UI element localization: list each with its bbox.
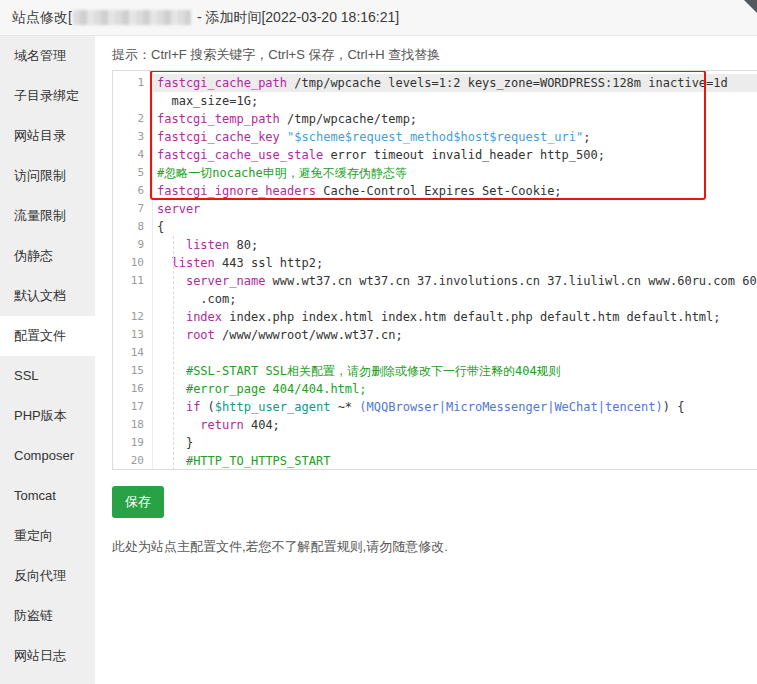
- sidebar-item-subdir-bind[interactable]: 子目录绑定: [0, 76, 95, 116]
- line-number: 4: [113, 146, 152, 164]
- dialog-titlebar: 站点修改[- 添加时间[2022-03-20 18:16:21]: [0, 0, 757, 36]
- code-line[interactable]: 3fastcgi_cache_key "$scheme$request_meth…: [113, 128, 757, 146]
- line-number: 20: [113, 452, 152, 470]
- code-text: index index.php index.html index.htm def…: [152, 308, 757, 326]
- code-line[interactable]: 4fastcgi_cache_use_stale error timeout i…: [113, 146, 757, 164]
- code-text: return 404;: [152, 416, 757, 434]
- line-number: 9: [113, 236, 152, 254]
- line-number: 3: [113, 128, 152, 146]
- line-number: [113, 290, 152, 308]
- editor-hint: 提示：Ctrl+F 搜索关键字，Ctrl+S 保存，Ctrl+H 查找替换: [112, 47, 757, 63]
- sidebar-item-site-log[interactable]: 网站日志: [0, 636, 95, 676]
- dialog-body: 域名管理子目录绑定网站目录访问限制流量限制伪静态默认文档配置文件SSLPHP版本…: [0, 36, 757, 684]
- code-line[interactable]: 14: [113, 344, 757, 362]
- sidebar-item-php-version[interactable]: PHP版本: [0, 396, 95, 436]
- footer-note: 此处为站点主配置文件,若您不了解配置规则,请勿随意修改.: [112, 538, 757, 556]
- code-text: listen 443 ssl http2;: [152, 254, 757, 272]
- sidebar-nav: 域名管理子目录绑定网站目录访问限制流量限制伪静态默认文档配置文件SSLPHP版本…: [0, 36, 95, 684]
- line-number: 6: [113, 182, 152, 200]
- line-number: 15: [113, 362, 152, 380]
- line-number: 12: [113, 308, 152, 326]
- code-line[interactable]: 5#忽略一切nocache申明，避免不缓存伪静态等: [113, 164, 757, 182]
- code-line[interactable]: 20 #HTTP_TO_HTTPS_START: [113, 452, 757, 470]
- corner-triangle-icon: [744, 0, 757, 13]
- sidebar-item-domain-manage[interactable]: 域名管理: [0, 36, 95, 76]
- line-number: 17: [113, 398, 152, 416]
- code-line[interactable]: 8{: [113, 218, 757, 236]
- code-line[interactable]: 2fastcgi_temp_path /tmp/wpcache/temp;: [113, 110, 757, 128]
- code-text: server_name www.wt37.cn wt37.cn 37.invol…: [152, 272, 757, 290]
- sidebar-item-tomcat[interactable]: Tomcat: [0, 476, 95, 516]
- redacted-site-name: [73, 10, 191, 25]
- save-button[interactable]: 保存: [112, 486, 164, 518]
- code-text: root /www/wwwroot/www.wt37.cn;: [152, 326, 757, 344]
- sidebar-item-config-file[interactable]: 配置文件: [0, 316, 95, 356]
- line-number: 7: [113, 200, 152, 218]
- code-text: max_size=1G;: [152, 92, 757, 110]
- code-line[interactable]: 7server: [113, 200, 757, 218]
- code-line[interactable]: 13 root /www/wwwroot/www.wt37.cn;: [113, 326, 757, 344]
- code-text: fastcgi_ignore_headers Cache-Control Exp…: [152, 182, 757, 200]
- code-text: fastcgi_cache_key "$scheme$request_metho…: [152, 128, 757, 146]
- code-line[interactable]: 6fastcgi_ignore_headers Cache-Control Ex…: [113, 182, 757, 200]
- sidebar-item-traffic-limit[interactable]: 流量限制: [0, 196, 95, 236]
- line-number: 10: [113, 254, 152, 272]
- code-line[interactable]: 19 }: [113, 434, 757, 452]
- code-line[interactable]: 18 return 404;: [113, 416, 757, 434]
- sidebar-item-default-doc[interactable]: 默认文档: [0, 276, 95, 316]
- code-editor[interactable]: 1fastcgi_cache_path /tmp/wpcache levels=…: [112, 70, 757, 470]
- sidebar-item-composer[interactable]: Composer: [0, 436, 95, 476]
- code-line[interactable]: 11 server_name www.wt37.cn wt37.cn 37.in…: [113, 272, 757, 290]
- line-number: 2: [113, 110, 152, 128]
- line-number: 16: [113, 380, 152, 398]
- line-number: 1: [113, 74, 152, 92]
- dialog-title-prefix: 站点修改[: [12, 9, 72, 27]
- code-text: {: [152, 218, 757, 236]
- config-file-panel: 提示：Ctrl+F 搜索关键字，Ctrl+S 保存，Ctrl+H 查找替换 1f…: [95, 36, 757, 684]
- line-number: 18: [113, 416, 152, 434]
- code-line[interactable]: 17 if ($http_user_agent ~* (MQQBrowser|M…: [113, 398, 757, 416]
- line-number: [113, 92, 152, 110]
- line-number: 13: [113, 326, 152, 344]
- code-text: server: [152, 200, 757, 218]
- code-text: listen 80;: [152, 236, 757, 254]
- sidebar-item-reverse-proxy[interactable]: 反向代理: [0, 556, 95, 596]
- dialog-title-suffix: - 添加时间[2022-03-20 18:16:21]: [197, 9, 399, 27]
- code-line[interactable]: max_size=1G;: [113, 92, 757, 110]
- line-number: 14: [113, 344, 152, 362]
- line-number: 19: [113, 434, 152, 452]
- sidebar-item-site-directory[interactable]: 网站目录: [0, 116, 95, 156]
- code-line[interactable]: 9 listen 80;: [113, 236, 757, 254]
- line-number: 5: [113, 164, 152, 182]
- code-text: [152, 344, 757, 362]
- code-lines[interactable]: 1fastcgi_cache_path /tmp/wpcache levels=…: [113, 71, 757, 470]
- code-line[interactable]: .com;: [113, 290, 757, 308]
- sidebar-item-redirect[interactable]: 重定向: [0, 516, 95, 556]
- sidebar-item-rewrite[interactable]: 伪静态: [0, 236, 95, 276]
- code-line[interactable]: 16 #error_page 404/404.html;: [113, 380, 757, 398]
- line-number: 8: [113, 218, 152, 236]
- code-text: .com;: [152, 290, 757, 308]
- sidebar-item-anti-leech[interactable]: 防盗链: [0, 596, 95, 636]
- code-line[interactable]: 1fastcgi_cache_path /tmp/wpcache levels=…: [113, 74, 757, 92]
- code-line[interactable]: 12 index index.php index.html index.htm …: [113, 308, 757, 326]
- line-number: 11: [113, 272, 152, 290]
- code-text: fastcgi_temp_path /tmp/wpcache/temp;: [152, 110, 757, 128]
- code-line[interactable]: 15 #SSL-START SSL相关配置，请勿删除或修改下一行带注释的404规…: [113, 362, 757, 380]
- code-text: fastcgi_cache_path /tmp/wpcache levels=1…: [152, 74, 757, 92]
- code-text: #HTTP_TO_HTTPS_START: [152, 452, 757, 470]
- sidebar-item-access-limit[interactable]: 访问限制: [0, 156, 95, 196]
- code-text: #SSL-START SSL相关配置，请勿删除或修改下一行带注释的404规则: [152, 362, 757, 380]
- sidebar-item-ssl[interactable]: SSL: [0, 356, 95, 396]
- code-text: fastcgi_cache_use_stale error timeout in…: [152, 146, 757, 164]
- code-text: #忽略一切nocache申明，避免不缓存伪静态等: [152, 164, 757, 182]
- code-line[interactable]: 10 listen 443 ssl http2;: [113, 254, 757, 272]
- code-text: #error_page 404/404.html;: [152, 380, 757, 398]
- code-text: if ($http_user_agent ~* (MQQBrowser|Micr…: [152, 398, 757, 416]
- code-text: }: [152, 434, 757, 452]
